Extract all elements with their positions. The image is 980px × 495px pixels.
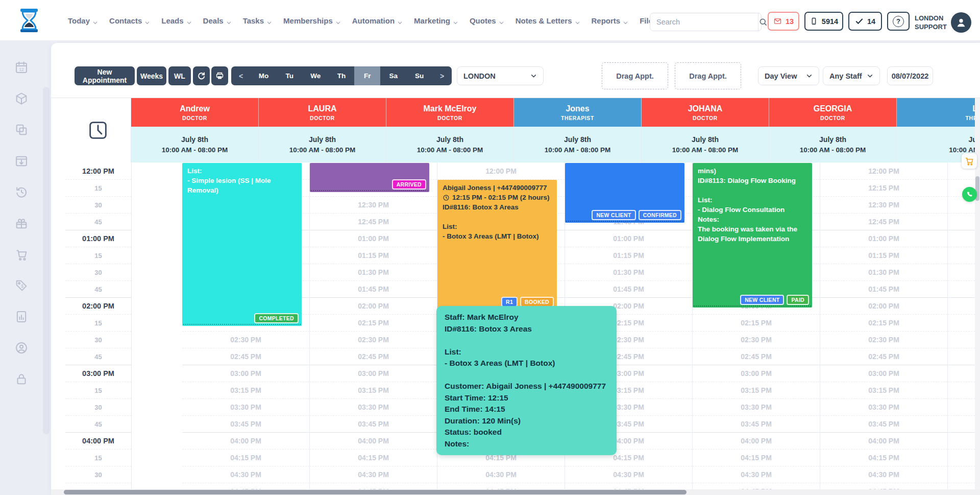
time-slot-cell[interactable]: 12:15 PM	[820, 179, 947, 196]
day-button-mo[interactable]: Mo	[251, 66, 277, 85]
nav-item-marketing[interactable]: Marketing	[414, 16, 458, 25]
time-slot-cell[interactable]: 02:00 PM	[820, 297, 947, 314]
time-slot-cell[interactable]: 12:00 PM	[437, 162, 565, 179]
time-slot-cell[interactable]: 01:30 PM	[820, 264, 947, 280]
appointment-block[interactable]: List:- Simple lesion (SS | Mole Removal)…	[182, 163, 302, 326]
time-slot-cell[interactable]: 02:30 PM	[820, 331, 947, 348]
nav-item-contacts[interactable]: Contacts	[109, 16, 150, 25]
time-slot-cell[interactable]: 03:45 PM	[310, 415, 437, 432]
appointment-block[interactable]: ARRIVED	[310, 163, 429, 192]
nav-item-reports[interactable]: Reports	[592, 16, 629, 25]
new-appointment-button[interactable]: New Appointment	[75, 66, 135, 85]
time-slot-cell[interactable]: 01:45 PM	[310, 280, 437, 297]
time-slot-cell[interactable]: 02:45 PM	[693, 348, 820, 365]
nav-item-tasks[interactable]: Tasks	[243, 16, 272, 25]
time-slot-cell[interactable]: 04:15 PM	[182, 449, 309, 466]
time-slot-cell[interactable]: 03:45 PM	[820, 415, 947, 432]
time-slot-cell[interactable]: 04:45 PM	[565, 483, 692, 490]
time-slot-cell[interactable]: 04:30 PM	[820, 466, 947, 483]
staff-column-header-johana[interactable]: JOHANADOCTOR	[642, 98, 769, 127]
search-input[interactable]	[650, 18, 758, 26]
time-slot-cell[interactable]: 04:30 PM	[182, 466, 309, 483]
time-slot-cell[interactable]: 03:15 PM	[310, 382, 437, 398]
help-button[interactable]: ?	[887, 12, 910, 31]
location-select[interactable]: LONDON	[457, 66, 544, 85]
lock-icon[interactable]	[14, 372, 29, 386]
gift-icon[interactable]	[14, 216, 29, 230]
time-slot-cell[interactable]: 03:30 PM	[182, 398, 309, 415]
time-slot-cell[interactable]: 03:15 PM	[182, 382, 309, 398]
time-slot-cell[interactable]: 04:00 PM	[693, 432, 820, 449]
day-button-we[interactable]: We	[303, 66, 329, 85]
time-slot-cell[interactable]: 03:00 PM	[820, 365, 947, 382]
time-slot-cell[interactable]: 02:15 PM	[820, 314, 947, 331]
staff-column-header-laura[interactable]: LAURADOCTOR	[259, 98, 386, 127]
drag-appointment-slot-1[interactable]: Drag Appt.	[602, 62, 668, 89]
time-slot-cell[interactable]: 04:45 PM	[437, 483, 565, 490]
staff-column-header-jones[interactable]: JonesTHERAPIST	[514, 98, 642, 127]
day-button-sa[interactable]: Sa	[380, 66, 406, 85]
time-slot-cell[interactable]: 01:00 PM	[565, 230, 692, 247]
avatar[interactable]	[951, 12, 971, 33]
time-slot-cell[interactable]: 12:45 PM	[310, 213, 437, 230]
calendar-icon[interactable]: 12	[14, 60, 29, 75]
search-icon[interactable]	[758, 13, 768, 31]
time-slot-cell[interactable]: 04:30 PM	[693, 466, 820, 483]
nav-item-automation[interactable]: Automation	[352, 16, 403, 25]
nav-item-leads[interactable]: Leads	[161, 16, 191, 25]
time-slot-cell[interactable]: 01:45 PM	[565, 280, 692, 297]
staff-select[interactable]: Any Staff	[823, 66, 880, 85]
time-slot-cell[interactable]: 12:30 PM	[820, 196, 947, 213]
staff-column-header-mark-mcelroy[interactable]: Mark McElroyDOCTOR	[386, 98, 514, 127]
drag-appointment-slot-2[interactable]: Drag Appt.	[675, 62, 741, 89]
time-slot-cell[interactable]: 04:30 PM	[310, 466, 437, 483]
nav-item-memberships[interactable]: Memberships	[283, 16, 341, 25]
time-slot-cell[interactable]: 02:15 PM	[310, 314, 437, 331]
account-menu[interactable]: LONDON SUPPORT	[915, 12, 971, 33]
time-slot-cell[interactable]: 04:15 PM	[310, 449, 437, 466]
time-slot-cell[interactable]: 04:15 PM	[693, 449, 820, 466]
staff-column-header-andrew[interactable]: AndrewDOCTOR	[131, 98, 259, 127]
nav-item-today[interactable]: Today	[68, 16, 98, 25]
time-slot-cell[interactable]: 03:00 PM	[310, 365, 437, 382]
copy-icon[interactable]	[14, 123, 29, 137]
staff-column-header-georgia[interactable]: GEORGIADOCTOR	[769, 98, 897, 127]
calendar-import-icon[interactable]	[14, 154, 29, 168]
time-slot-cell[interactable]: 01:15 PM	[820, 247, 947, 264]
package-icon[interactable]	[14, 91, 29, 106]
time-slot-cell[interactable]: 04:00 PM	[310, 432, 437, 449]
nav-item-notes-letters[interactable]: Notes & Letters	[516, 16, 580, 25]
time-slot-cell[interactable]: 01:30 PM	[565, 264, 692, 280]
appointment-block[interactable]: Abigail Joness | +44749000977712:15 PM -…	[437, 180, 557, 310]
sidebar-scrollbar[interactable]	[43, 87, 50, 434]
support-icon[interactable]	[14, 341, 29, 355]
time-slot-cell[interactable]: 02:45 PM	[310, 348, 437, 365]
mail-notifications-button[interactable]: 13	[768, 12, 799, 31]
nav-item-quotes[interactable]: Quotes	[470, 16, 504, 25]
horizontal-scrollbar[interactable]	[51, 489, 980, 495]
view-select[interactable]: Day View	[758, 66, 819, 85]
time-slot-cell[interactable]: 02:00 PM	[310, 297, 437, 314]
appointment-block[interactable]: NEW CLIENTCONFIRMED	[565, 163, 684, 223]
date-picker[interactable]: 08/07/2022	[887, 66, 933, 85]
time-slot-cell[interactable]: 02:15 PM	[693, 314, 820, 331]
time-slot-cell[interactable]: 03:45 PM	[693, 415, 820, 432]
time-slot-cell[interactable]: 01:15 PM	[565, 247, 692, 264]
time-slot-cell[interactable]: 02:30 PM	[182, 331, 309, 348]
tag-icon[interactable]: $	[14, 278, 29, 293]
report-icon[interactable]	[14, 310, 29, 324]
time-slot-cell[interactable]: 04:45 PM	[310, 483, 437, 490]
time-slot-cell[interactable]: 04:30 PM	[437, 466, 565, 483]
tasks-done-button[interactable]: 14	[848, 12, 882, 31]
time-slot-cell[interactable]: 03:00 PM	[182, 365, 309, 382]
staff-column-header-lucy[interactable]: LucyTHERAPIST	[897, 98, 980, 127]
time-slot-cell[interactable]: 01:00 PM	[310, 230, 437, 247]
time-slot-cell[interactable]: 02:30 PM	[693, 331, 820, 348]
time-slot-cell[interactable]: 04:45 PM	[693, 483, 820, 490]
time-slot-cell[interactable]: 01:15 PM	[310, 247, 437, 264]
time-slot-cell[interactable]: 04:00 PM	[820, 432, 947, 449]
history-icon[interactable]	[14, 185, 29, 199]
time-slot-cell[interactable]: 02:45 PM	[820, 348, 947, 365]
horizontal-scrollbar-thumb[interactable]	[64, 490, 687, 494]
app-logo-icon[interactable]	[15, 7, 43, 34]
